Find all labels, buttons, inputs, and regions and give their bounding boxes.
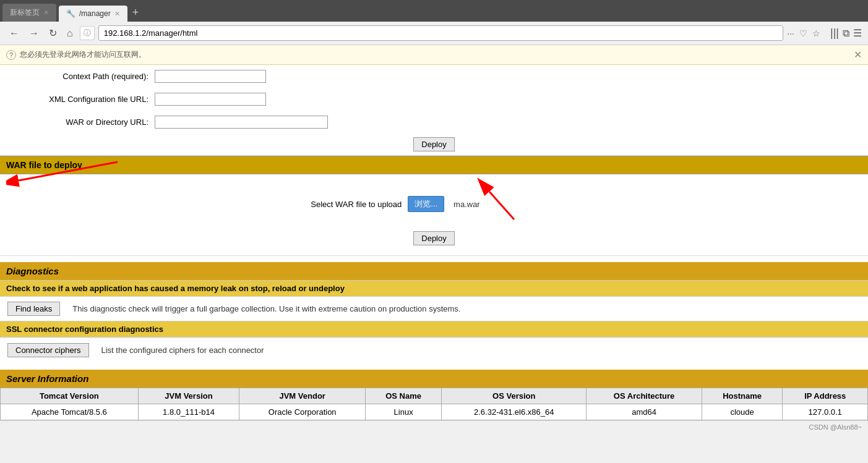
back-button[interactable]: ←	[6, 27, 22, 40]
context-path-label: Context Path (required):	[12, 72, 148, 81]
server-info-section: Server Information Tomcat Version JVM Ve…	[0, 370, 868, 420]
arrow-annotation-2	[483, 185, 557, 223]
war-section-wrapper: WAR file to deploy Select WAR file to up…	[0, 156, 868, 256]
connector-ciphers-row: Connector ciphers List the configured ci…	[0, 338, 868, 362]
war-upload-area: Select WAR file to upload 浏览... ma.war	[0, 174, 868, 256]
tab-manager[interactable]: 🔧 /manager ✕	[59, 6, 127, 22]
col-os-arch: OS Architecture	[587, 388, 702, 404]
browse-button[interactable]: 浏览...	[408, 196, 444, 212]
war-header-text: WAR file to deploy	[6, 160, 82, 170]
xml-config-input[interactable]	[155, 93, 266, 106]
cell-ip-address: 127.0.0.1	[783, 404, 868, 420]
notification-bar: ? 您必须先登录此网络才能访问互联网。 ✕	[0, 45, 868, 65]
deploy-war-center: Deploy	[12, 227, 856, 249]
cell-os-arch: amd64	[587, 404, 702, 420]
tab-manager-label: /manager	[79, 9, 111, 18]
tab-newtab-label: 新标签页	[10, 7, 40, 18]
url-input[interactable]	[98, 25, 784, 41]
col-ip-address: IP Address	[783, 388, 868, 404]
tab-bar: 新标签页 ✕ 🔧 /manager ✕ +	[0, 0, 868, 22]
deploy-top-center: Deploy	[0, 134, 868, 155]
diagnostics-header-text: Diagnostics	[6, 266, 59, 276]
bookmark-icon[interactable]: ☆	[812, 28, 820, 38]
tab-view-icon[interactable]: ⧉	[843, 28, 849, 39]
tab-newtab[interactable]: 新标签页 ✕	[2, 4, 56, 22]
cell-jvm-vendor: Oracle Corporation	[239, 404, 366, 420]
col-hostname: Hostname	[702, 388, 783, 404]
deploy-war-button[interactable]: Deploy	[413, 231, 454, 245]
footer-text: CSDN @Alsn88~	[809, 423, 862, 431]
page-content: Context Path (required): XML Configurati…	[0, 65, 868, 433]
ssl-header-text: SSL connector configuration diagnostics	[6, 325, 163, 334]
server-info-data-row: Apache Tomcat/8.5.6 1.8.0_111-b14 Oracle…	[1, 404, 868, 420]
find-leaks-description: This diagnostic check will trigger a ful…	[72, 304, 460, 313]
notification-help-icon: ?	[6, 50, 16, 60]
memory-leak-label: Check to see if a web application has ca…	[6, 284, 345, 293]
filename-display: ma.war	[453, 200, 480, 209]
tab-manager-close[interactable]: ✕	[114, 10, 120, 18]
connector-ciphers-description: List the configured ciphers for each con…	[101, 346, 264, 355]
browser-window: 新标签页 ✕ 🔧 /manager ✕ + ← → ↻ ⌂ ⓘ ··· ♡ ☆ …	[0, 0, 868, 433]
bookmarks-icon[interactable]: |||	[830, 27, 839, 40]
ssl-subheader: SSL connector configuration diagnostics	[0, 321, 868, 338]
memory-leak-subheader: Check to see if a web application has ca…	[0, 280, 868, 297]
connector-ciphers-button[interactable]: Connector ciphers	[7, 343, 89, 357]
home-button[interactable]: ⌂	[64, 27, 76, 40]
menu-icon[interactable]: ☰	[853, 27, 862, 39]
col-os-name: OS Name	[366, 388, 442, 404]
pocket-icon[interactable]: ♡	[799, 28, 807, 38]
more-options-icon[interactable]: ···	[787, 28, 794, 38]
war-dir-row: WAR or Directory URL:	[0, 111, 868, 134]
deploy-form-section: Context Path (required): XML Configurati…	[0, 65, 868, 156]
war-dir-label: WAR or Directory URL:	[12, 117, 148, 127]
server-info-table: Tomcat Version JVM Version JVM Vendor OS…	[0, 388, 868, 420]
tab-manager-icon: 🔧	[66, 9, 75, 18]
cell-os-version: 2.6.32-431.el6.x86_64	[442, 404, 587, 420]
page-footer: CSDN @Alsn88~	[0, 420, 868, 433]
xml-config-row: XML Configuration file URL:	[0, 88, 868, 111]
reload-button[interactable]: ↻	[46, 26, 60, 40]
forward-button[interactable]: →	[26, 27, 42, 40]
diagnostics-section: Diagnostics Check to see if a web applic…	[0, 262, 868, 362]
context-path-row: Context Path (required):	[0, 65, 868, 88]
context-path-input[interactable]	[155, 70, 266, 83]
server-table-header-row: Tomcat Version JVM Version JVM Vendor OS…	[1, 388, 868, 404]
cell-jvm-version: 1.8.0_111-b14	[138, 404, 239, 420]
new-tab-button[interactable]: +	[127, 4, 144, 22]
notification-text: 您必须先登录此网络才能访问互联网。	[20, 49, 146, 60]
security-icon: ⓘ	[80, 26, 95, 40]
col-jvm-vendor: JVM Vendor	[239, 388, 366, 404]
upload-row: Select WAR file to upload 浏览... ma.war	[12, 181, 856, 227]
server-info-header: Server Information	[0, 370, 868, 388]
notification-close[interactable]: ✕	[854, 49, 862, 61]
tab-newtab-close[interactable]: ✕	[43, 9, 49, 17]
find-leaks-row: Find leaks This diagnostic check will tr…	[0, 297, 868, 321]
find-leaks-button[interactable]: Find leaks	[7, 302, 60, 316]
col-tomcat-version: Tomcat Version	[1, 388, 139, 404]
col-jvm-version: JVM Version	[138, 388, 239, 404]
war-section-header: WAR file to deploy	[0, 156, 868, 174]
cell-tomcat-version: Apache Tomcat/8.5.6	[1, 404, 139, 420]
xml-config-label: XML Configuration file URL:	[12, 95, 148, 104]
cell-hostname: cloude	[702, 404, 783, 420]
upload-label: Select WAR file to upload	[311, 200, 402, 209]
svg-line-3	[489, 192, 514, 219]
deploy-top-button[interactable]: Deploy	[413, 137, 454, 151]
diagnostics-header: Diagnostics	[0, 262, 868, 280]
address-actions: ··· ♡ ☆	[787, 28, 820, 38]
address-bar: ← → ↻ ⌂ ⓘ ··· ♡ ☆ ||| ⧉ ☰	[0, 22, 868, 45]
col-os-version: OS Version	[442, 388, 587, 404]
server-info-header-text: Server Information	[6, 373, 88, 384]
cell-os-name: Linux	[366, 404, 442, 420]
war-dir-input[interactable]	[155, 116, 328, 129]
